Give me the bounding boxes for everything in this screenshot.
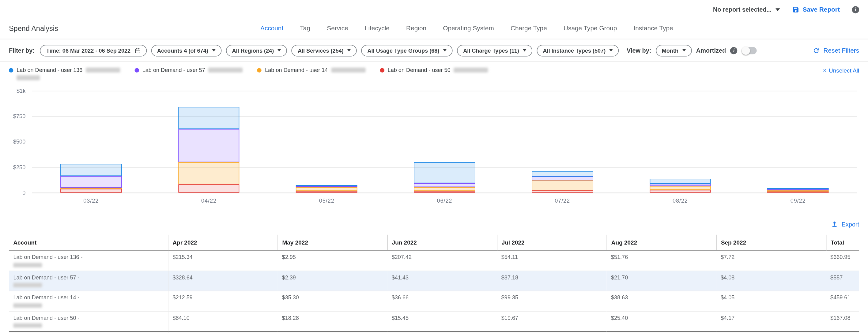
legend-color-dot xyxy=(9,68,13,72)
bar-segment-lab-on-demand-user-57[interactable] xyxy=(650,184,711,186)
bar-segment-lab-on-demand-user-14[interactable] xyxy=(178,163,240,184)
chevron-down-icon xyxy=(278,49,281,52)
unselect-all-button[interactable]: × Unselect All xyxy=(823,67,859,74)
bar-segment-lab-on-demand-user-50[interactable] xyxy=(532,191,593,193)
value-cell: $167.08 xyxy=(826,311,860,331)
filter-pill-label: All Usage Type Groups (68) xyxy=(368,47,439,54)
services-filter[interactable]: All Services (254) xyxy=(291,45,357,56)
legend-item-main: Lab on Demand - user 57 xyxy=(134,67,243,73)
tab-lifecycle[interactable]: Lifecycle xyxy=(365,25,390,32)
table-row[interactable]: Lab on Demand - user 136 -$215.34$2.95$2… xyxy=(9,251,859,271)
table-row[interactable]: Lab on Demand - user 57 -$328.64$2.39$41… xyxy=(9,271,859,291)
bar-segment-lab-on-demand-user-136[interactable] xyxy=(60,164,122,176)
account-cell: Lab on Demand - user 57 - xyxy=(9,271,168,291)
bar-segment-lab-on-demand-user-136[interactable] xyxy=(414,162,475,183)
redacted-text xyxy=(209,68,243,72)
bar-segment-lab-on-demand-user-57[interactable] xyxy=(532,176,593,180)
tab-region[interactable]: Region xyxy=(406,25,426,32)
stacked-bar-03-22[interactable] xyxy=(60,91,122,193)
filter-pill-label: Time: 06 Mar 2022 - 06 Sep 2022 xyxy=(46,47,130,54)
value-cell: $215.34 xyxy=(168,251,278,271)
legend-item-lab-on-demand-user-57[interactable]: Lab on Demand - user 57 xyxy=(134,67,243,73)
time-filter[interactable]: Time: 06 Mar 2022 - 06 Sep 2022 xyxy=(40,45,147,56)
bar-segment-lab-on-demand-user-50[interactable] xyxy=(178,184,240,193)
value-cell: $51.76 xyxy=(607,251,716,271)
table-row[interactable]: Lab on Demand - user 14 -$212.59$35.30$3… xyxy=(9,291,859,311)
export-button[interactable]: Export xyxy=(831,221,859,228)
legend-label: Lab on Demand - user 57 xyxy=(143,67,205,73)
spend-table: AccountApr 2022May 2022Jun 2022Jul 2022A… xyxy=(9,235,859,333)
filter-pill-label: Accounts 4 (of 674) xyxy=(157,47,208,54)
bar-segment-lab-on-demand-user-50[interactable] xyxy=(414,191,475,193)
tab-instance-type[interactable]: Instance Type xyxy=(633,25,673,32)
value-cell: $4.05 xyxy=(716,291,826,311)
stacked-bar-09-22[interactable] xyxy=(768,91,829,193)
bar-segment-lab-on-demand-user-50[interactable] xyxy=(768,192,829,193)
bar-segment-lab-on-demand-user-14[interactable] xyxy=(414,187,475,191)
stacked-bar-06-22[interactable] xyxy=(414,91,475,193)
amortized-toggle[interactable] xyxy=(742,47,757,54)
chart-column-03-22: 03/22 xyxy=(32,91,150,193)
bar-segment-lab-on-demand-user-57[interactable] xyxy=(60,176,122,188)
regions-filter[interactable]: All Regions (24) xyxy=(226,45,287,56)
charge-types-filter[interactable]: All Charge Types (11) xyxy=(457,45,532,56)
tab-service[interactable]: Service xyxy=(327,25,348,32)
stacked-bar-07-22[interactable] xyxy=(532,91,593,193)
value-cell: $2.39 xyxy=(278,271,387,291)
bar-segment-lab-on-demand-user-136[interactable] xyxy=(178,107,240,129)
stacked-bar-08-22[interactable] xyxy=(650,91,711,193)
legend-item-lab-on-demand-user-136[interactable]: Lab on Demand - user 136 xyxy=(9,67,120,80)
y-axis-label: $1k xyxy=(17,88,25,94)
value-cell: $557 xyxy=(826,271,860,291)
value-cell: $15.45 xyxy=(387,311,497,331)
bar-segment-lab-on-demand-user-50[interactable] xyxy=(296,191,358,193)
tab-operating-system[interactable]: Operating System xyxy=(443,25,494,32)
bar-segment-lab-on-demand-user-14[interactable] xyxy=(650,186,711,190)
tab-usage-type-group[interactable]: Usage Type Group xyxy=(563,25,617,32)
tab-charge-type[interactable]: Charge Type xyxy=(510,25,547,32)
bar-segment-lab-on-demand-user-50[interactable] xyxy=(60,189,122,193)
x-axis-label: 07/22 xyxy=(503,198,621,204)
instance-types-filter[interactable]: All Instance Types (507) xyxy=(537,45,619,56)
account-name: Lab on Demand - user 14 - xyxy=(13,294,163,301)
stacked-bar-04-22[interactable] xyxy=(178,91,240,193)
spend-analysis-page: No report selected... Save Report i Spen… xyxy=(0,0,868,333)
bar-segment-lab-on-demand-user-136[interactable] xyxy=(532,171,593,176)
usage-type-groups-filter[interactable]: All Usage Type Groups (68) xyxy=(362,45,453,56)
table-row[interactable]: Lab on Demand - user 50 -$84.10$18.28$15… xyxy=(9,311,859,331)
accounts-filter[interactable]: Accounts 4 (of 674) xyxy=(151,45,221,56)
bar-segment-lab-on-demand-user-14[interactable] xyxy=(532,180,593,191)
toggle-knob xyxy=(742,46,750,55)
filter-pill-label: All Charge Types (11) xyxy=(463,47,519,54)
bar-segment-lab-on-demand-user-136[interactable] xyxy=(650,179,711,184)
export-row: Export xyxy=(0,218,868,230)
legend-item-lab-on-demand-user-14[interactable]: Lab on Demand - user 14 xyxy=(257,67,365,73)
bar-segment-lab-on-demand-user-57[interactable] xyxy=(414,183,475,187)
report-selector-label: No report selected... xyxy=(713,6,772,13)
value-cell: $99.35 xyxy=(497,291,607,311)
title-tabs-row: Spend Analysis AccountTagServiceLifecycl… xyxy=(0,18,868,39)
reset-filters-button[interactable]: Reset Filters xyxy=(813,47,859,54)
x-axis-label: 05/22 xyxy=(268,198,385,204)
chevron-down-icon xyxy=(443,49,446,52)
info-icon[interactable]: i xyxy=(852,6,860,13)
legend-label: Lab on Demand - user 136 xyxy=(17,67,83,73)
export-icon xyxy=(831,221,838,228)
tab-tag[interactable]: Tag xyxy=(300,25,310,32)
bar-segment-lab-on-demand-user-14[interactable] xyxy=(296,187,358,191)
info-icon[interactable]: i xyxy=(731,47,738,54)
save-report-button[interactable]: Save Report xyxy=(792,6,840,13)
legend-item-lab-on-demand-user-50[interactable]: Lab on Demand - user 50 xyxy=(380,67,488,73)
column-header-may-2022: May 2022 xyxy=(278,235,387,251)
view-by-dropdown[interactable]: Month xyxy=(656,45,692,56)
save-icon xyxy=(792,6,799,13)
reset-filters-label: Reset Filters xyxy=(823,47,859,54)
bar-segment-lab-on-demand-user-57[interactable] xyxy=(178,129,240,162)
value-cell: $21.70 xyxy=(607,271,716,291)
value-cell: $38.63 xyxy=(607,291,716,311)
bar-segment-lab-on-demand-user-50[interactable] xyxy=(650,190,711,193)
stacked-bar-05-22[interactable] xyxy=(296,91,358,193)
chart-legend: Lab on Demand - user 136Lab on Demand - … xyxy=(0,62,868,86)
report-selector-dropdown[interactable]: No report selected... xyxy=(713,6,780,13)
tab-account[interactable]: Account xyxy=(260,25,283,32)
